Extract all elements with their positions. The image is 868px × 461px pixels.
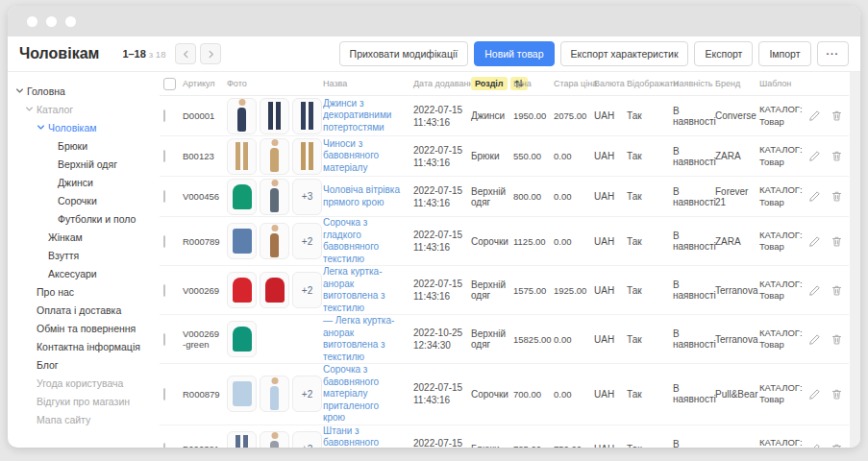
delete-button[interactable]	[831, 234, 844, 248]
more-actions-button[interactable]: ···	[817, 41, 850, 66]
delete-button[interactable]	[831, 443, 844, 449]
hide-modifications-button[interactable]: Приховати модифікації	[339, 41, 469, 66]
product-link[interactable]: Штани з бавовняного матеріалу прямого кр…	[323, 425, 409, 449]
sidebar-item-6[interactable]: Сорочки	[8, 191, 152, 209]
sidebar-item-5[interactable]: Джинси	[8, 173, 152, 191]
sidebar-item-13[interactable]: Обмін та повернення	[8, 319, 152, 337]
edit-button[interactable]	[808, 234, 822, 248]
delete-button[interactable]	[831, 283, 844, 297]
column-header-7[interactable]: Валюта	[594, 79, 627, 88]
column-header-9[interactable]: Наявність	[673, 79, 715, 88]
sidebar-item-2[interactable]: Чоловікам	[8, 118, 152, 136]
product-photo[interactable]	[292, 98, 322, 134]
checkbox-cell	[160, 191, 183, 202]
product-photo[interactable]	[260, 98, 289, 134]
row-checkbox[interactable]	[163, 150, 165, 162]
more-photos-badge[interactable]: +2	[292, 272, 322, 308]
delete-button[interactable]	[831, 150, 844, 163]
scrollbar-track[interactable]	[850, 72, 860, 448]
delete-button[interactable]	[831, 190, 844, 204]
product-photo[interactable]	[260, 376, 289, 412]
product-link[interactable]: — Легка куртка-анорак виготовлена з текс…	[323, 315, 409, 363]
sidebar-item-8[interactable]: Жінкам	[8, 228, 152, 246]
window-control-dot[interactable]	[27, 16, 37, 27]
row-checkbox[interactable]	[163, 235, 165, 248]
more-photos-badge[interactable]: +2	[292, 223, 322, 259]
delete-button[interactable]	[831, 387, 844, 400]
product-photo[interactable]	[260, 138, 289, 175]
row-checkbox[interactable]	[163, 443, 165, 448]
sidebar-item-11[interactable]: Про нас	[8, 282, 152, 301]
product-link[interactable]: Сорочка з бавовняного матеріалу притален…	[323, 364, 409, 425]
pagination-prev-button[interactable]	[175, 43, 196, 64]
sidebar-item-17[interactable]: Відгуки про магазин	[8, 392, 152, 410]
select-all-checkbox[interactable]	[163, 78, 176, 90]
column-header-5[interactable]: Ціна	[513, 79, 554, 88]
row-checkbox[interactable]	[163, 388, 165, 400]
sidebar-item-18[interactable]: Мапа сайту	[8, 410, 152, 428]
product-photo[interactable]	[227, 431, 257, 449]
product-link[interactable]: Чиноси з бавовняного матеріалу	[323, 138, 409, 175]
delete-button[interactable]	[831, 332, 844, 346]
new-product-button[interactable]: Новий товар	[474, 41, 554, 66]
column-header-0[interactable]: Артикул	[183, 79, 227, 88]
export-characteristics-button[interactable]: Експорт характеристик	[560, 41, 689, 66]
sidebar-item-9[interactable]: Взуття	[8, 246, 152, 264]
sidebar-item-1[interactable]: Каталог	[8, 100, 152, 118]
template-cell: КАТАЛОГ: Товар	[759, 230, 807, 254]
more-photos-badge[interactable]: +2	[292, 376, 322, 412]
edit-button[interactable]	[808, 387, 822, 400]
sidebar-item-0[interactable]: Головна	[8, 82, 152, 100]
product-link[interactable]: Джинси з декоративними потертостями	[323, 98, 409, 134]
product-photo[interactable]	[227, 138, 257, 175]
sidebar-item-10[interactable]: Аксесуари	[8, 264, 152, 282]
product-photo[interactable]	[260, 179, 289, 215]
sidebar-item-7[interactable]: Футболки и поло	[8, 209, 152, 228]
column-header-10[interactable]: Бренд	[715, 79, 759, 88]
pagination-next-button[interactable]	[200, 43, 221, 64]
column-header-8[interactable]: Відображати	[627, 79, 673, 88]
product-photo[interactable]	[227, 321, 257, 357]
sidebar-item-4[interactable]: Верхній одяг	[8, 155, 152, 173]
product-link[interactable]: Сорочка з гладкого бавовняного текстилю	[323, 217, 409, 265]
product-photo[interactable]	[227, 376, 257, 412]
product-photo[interactable]	[292, 138, 322, 175]
import-button[interactable]: Імпорт	[758, 41, 810, 66]
edit-button[interactable]	[808, 150, 822, 163]
product-link[interactable]: Чоловіча вітрівка прямого крою	[323, 184, 409, 208]
column-header-4[interactable]: Розділ	[471, 77, 513, 90]
more-photos-badge[interactable]: +3	[292, 179, 322, 215]
product-photo[interactable]	[227, 179, 257, 215]
column-header-2[interactable]: Назва	[323, 79, 413, 88]
window-control-dot[interactable]	[65, 16, 76, 27]
column-header-3[interactable]: Дата додавання	[413, 79, 471, 88]
edit-button[interactable]	[808, 109, 822, 123]
row-checkbox[interactable]	[163, 109, 165, 122]
more-photos-badge[interactable]: +2	[292, 431, 322, 449]
product-photo[interactable]	[260, 223, 289, 259]
product-link[interactable]: Легка куртка-анорак виготовлена з тексти…	[323, 266, 409, 314]
product-photo[interactable]	[227, 223, 257, 259]
row-checkbox[interactable]	[163, 190, 165, 203]
product-photo[interactable]	[260, 431, 289, 449]
sidebar-item-3[interactable]: Брюки	[8, 136, 152, 155]
window-control-dot[interactable]	[46, 16, 57, 27]
column-header-11[interactable]: Шаблон	[759, 79, 807, 88]
edit-button[interactable]	[808, 443, 822, 449]
product-photo[interactable]	[260, 272, 289, 308]
row-checkbox[interactable]	[163, 284, 165, 297]
edit-button[interactable]	[808, 283, 822, 297]
sidebar-item-16[interactable]: Угода користувача	[8, 374, 152, 392]
export-button[interactable]: Експорт	[694, 41, 753, 66]
column-header-1[interactable]: Фото	[227, 79, 323, 88]
sidebar-item-14[interactable]: Контактна інформація	[8, 337, 152, 355]
column-header-6[interactable]: Стара ціна	[554, 79, 594, 88]
delete-button[interactable]	[831, 109, 844, 123]
edit-button[interactable]	[808, 332, 822, 346]
sidebar-item-12[interactable]: Оплата і доставка	[8, 301, 152, 319]
sidebar-item-15[interactable]: Блог	[8, 355, 152, 374]
edit-button[interactable]	[808, 190, 822, 204]
product-photo[interactable]	[227, 98, 257, 134]
row-checkbox[interactable]	[163, 333, 165, 346]
product-photo[interactable]	[227, 272, 257, 308]
